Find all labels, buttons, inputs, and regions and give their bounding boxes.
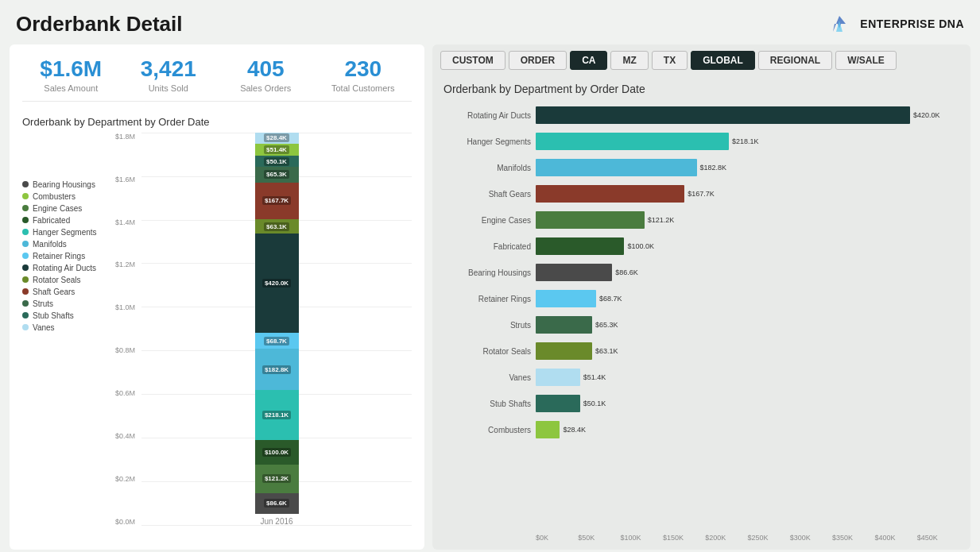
h-bar-fill [536, 159, 697, 176]
h-bar-track: $65.3K [536, 316, 959, 334]
h-bar-value: $63.1K [595, 347, 618, 355]
h-bar-label: Combusters [444, 426, 531, 434]
stacked-bar-wrapper: $86.6K$121.2K$100.0K$218.1K$182.8K$68.7K… [141, 133, 412, 526]
bar-segment: $50.1K [255, 156, 299, 168]
h-bar-label: Fabricated [444, 242, 531, 251]
legend-label: Vanes [33, 323, 55, 332]
h-bar-fill [536, 395, 580, 412]
legend-dot [22, 181, 29, 187]
h-bar-fill [536, 133, 729, 150]
h-bar-row: Vanes$51.4K [444, 365, 959, 389]
tab-button[interactable]: CA [570, 51, 607, 70]
h-bar-label: Hanger Segments [444, 137, 531, 146]
kpi-units-sold: 3,421 Units Sold [120, 57, 218, 93]
h-bar-track: $100.0K [536, 237, 959, 255]
bar-segment-label: $86.6K [264, 499, 289, 508]
h-bar-row: Retainer Rings$68.7K [444, 287, 959, 311]
tab-button[interactable]: ORDER [509, 51, 567, 70]
h-bar-track: $50.1K [536, 395, 959, 412]
x-axis-tick: $300K [790, 534, 832, 542]
left-chart-title: Orderbank by Department by Order Date [22, 116, 412, 128]
legend-item: Fabricated [22, 216, 110, 225]
bar-segment-label: $167.7K [262, 196, 291, 205]
right-chart-title: Orderbank by Department by Order Date [444, 83, 959, 95]
h-bar-label: Struts [444, 321, 531, 330]
kpi-sales-orders: 405 Sales Orders [217, 57, 315, 93]
right-chart-container: Orderbank by Department by Order Date Ro… [432, 75, 970, 550]
h-bar-fill [536, 290, 596, 307]
page-title: Orderbank Detail [16, 12, 183, 37]
legend-dot [22, 241, 29, 247]
legend-dot [22, 193, 29, 199]
legend-label: Bearing Housings [33, 180, 95, 189]
h-bar-value: $50.1K [583, 400, 606, 407]
legend-dot [22, 264, 29, 271]
h-bar-track: $420.0K [536, 106, 959, 124]
kpi-label-units: Units Sold [120, 83, 218, 93]
legend-dot [22, 205, 29, 211]
x-axis-tick: $150K [663, 534, 705, 542]
h-bar-row: Shaft Gears$167.7K [444, 182, 959, 206]
h-bar-value: $28.4K [563, 426, 586, 434]
h-bar-value: $51.4K [583, 373, 606, 381]
h-bar-row: Fabricated$100.0K [444, 234, 959, 258]
bar-segment: $68.7K [255, 333, 299, 349]
tab-button[interactable]: CUSTOM [440, 51, 505, 70]
y-axis-label: $1.8M [110, 133, 138, 141]
legend-dot [22, 312, 29, 318]
h-bar-fill [536, 421, 560, 438]
h-bar-label: Shaft Gears [444, 190, 531, 199]
h-bar-row: Manifolds$182.8K [444, 156, 959, 179]
h-bar-track: $121.2K [536, 211, 959, 229]
legend-label: Shaft Gears [33, 288, 75, 296]
h-bar-value: $86.6K [615, 268, 638, 276]
h-bar-fill [536, 237, 624, 255]
bar-segment: $218.1K [255, 390, 299, 439]
h-bar-track: $51.4K [536, 369, 959, 386]
h-bar-track: $86.6K [536, 264, 959, 281]
bar-segment-label: $68.7K [264, 337, 289, 345]
h-bar-value: $121.2K [648, 216, 675, 224]
kpi-value-orders: 405 [217, 57, 315, 82]
h-bar-row: Struts$65.3K [444, 313, 959, 337]
legend-item: Hanger Segments [22, 228, 110, 237]
y-axis-label: $0.4M [110, 432, 138, 440]
h-bar-fill [536, 185, 684, 203]
tab-row: CUSTOMORDERCAMZTXGLOBALREGIONALW/SALE [432, 44, 970, 75]
legend-item: Vanes [22, 323, 110, 332]
legend-dot [22, 253, 29, 259]
tab-button[interactable]: GLOBAL [691, 51, 755, 70]
h-bar-fill [536, 316, 592, 334]
logo-area: ENTERPRISE DNA [825, 10, 964, 38]
header: Orderbank Detail ENTERPRISE DNA [0, 0, 980, 44]
bar-segment-label: $218.1K [262, 411, 291, 419]
bar-segment-label: $50.1K [264, 157, 289, 166]
tab-button[interactable]: MZ [610, 51, 648, 70]
left-chart-area: Bearing Housings Combusters Engine Cases… [22, 133, 412, 542]
x-axis-tick: $350K [832, 534, 874, 542]
h-bar-label: Retainer Rings [444, 295, 531, 303]
y-axis-label: $0.0M [110, 518, 138, 526]
y-axis-label: $1.0M [110, 303, 138, 311]
h-bar-track: $182.8K [536, 159, 959, 176]
h-bar-value: $68.7K [599, 295, 622, 303]
tab-button[interactable]: W/SALE [835, 51, 897, 70]
legend-item: Engine Cases [22, 204, 110, 213]
y-axis-label: $0.8M [110, 346, 138, 354]
tab-button[interactable]: TX [652, 51, 688, 70]
h-bar-label: Stub Shafts [444, 400, 531, 408]
bar-segment-label: $100.0K [262, 448, 291, 457]
h-bar-fill [536, 342, 592, 360]
legend-item: Manifolds [22, 240, 110, 249]
legend-dot [22, 276, 29, 283]
h-bar-label: Manifolds [444, 164, 531, 172]
y-axis-label: $1.6M [110, 176, 138, 183]
kpi-sales-amount: $1.6M Sales Amount [22, 57, 120, 93]
h-bar-row: Bearing Housings$86.6K [444, 261, 959, 284]
h-bar-row: Engine Cases$121.2K [444, 208, 959, 232]
tab-button[interactable]: REGIONAL [758, 51, 832, 70]
h-bar-fill [536, 106, 910, 124]
h-bar-row: Hanger Segments$218.1K [444, 129, 959, 153]
bar-segment: $100.0K [255, 440, 299, 465]
y-axis-label: $1.4M [110, 218, 138, 226]
